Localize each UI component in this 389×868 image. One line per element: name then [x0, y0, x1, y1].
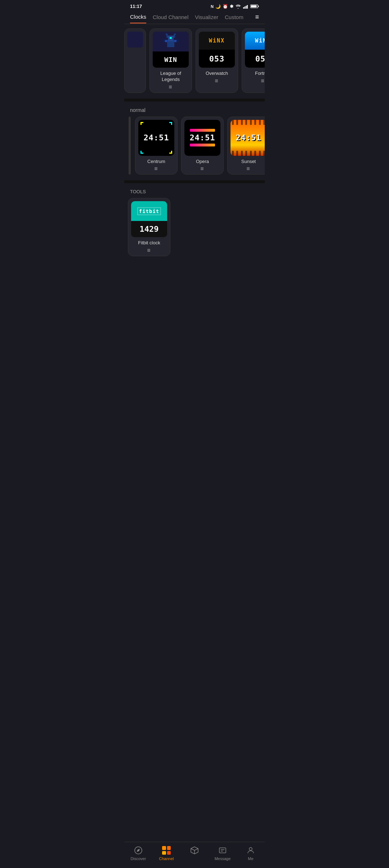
gaming-section: WIN League ofLegends ≡ WiNX 053: [124, 24, 265, 97]
comb-tooth-bottom: [232, 151, 234, 156]
normal-title: normal: [124, 107, 265, 117]
comb-tooth: [259, 120, 261, 125]
fn-menu[interactable]: ≡: [261, 79, 265, 83]
centrum-menu[interactable]: ≡: [154, 167, 158, 171]
gaming-cards: WIN League ofLegends ≡ WiNX 053: [124, 28, 265, 97]
nav-tabs: Clocks Cloud Channel Visualizer Custom ≡: [124, 11, 265, 24]
fitbit-image: fitbit 1429: [131, 201, 167, 237]
svg-rect-14: [174, 33, 176, 35]
card-centrum[interactable]: 24:51 Centrum ≡: [135, 117, 178, 175]
opera-label: Opera: [196, 159, 209, 165]
fn-time: 057: [255, 54, 265, 63]
moon-icon: 🌙: [215, 4, 221, 9]
fn-top-text: WiNX: [255, 37, 265, 44]
normal-cards: 24:51 Centrum ≡ 24:51 Opera ≡: [124, 117, 265, 179]
centrum-image: 24:51: [138, 120, 174, 156]
normal-section: normal 24:51 Centrum: [124, 103, 265, 179]
sunset-label: Sunset: [241, 159, 256, 165]
fitbit-label: Fitbit clock: [138, 240, 160, 246]
comb-tooth: [263, 120, 265, 125]
corner-bl: [140, 151, 143, 154]
comb-tooth-bottom: [245, 151, 247, 156]
wifi-icon: [235, 4, 241, 9]
svg-rect-3: [247, 5, 248, 9]
card-lol[interactable]: WIN League ofLegends ≡: [149, 28, 192, 93]
sunset-time: 24:51: [236, 133, 261, 142]
tools-title: TOOLS: [124, 189, 265, 198]
divider-2: [124, 180, 265, 183]
svg-rect-0: [243, 7, 244, 9]
fn-label: Fortnite: [255, 71, 265, 77]
svg-rect-17: [165, 40, 167, 42]
comb-tooth: [250, 120, 252, 125]
centrum-label: Centrum: [147, 159, 165, 165]
tab-visualizer[interactable]: Visualizer: [195, 14, 218, 23]
tab-cloud-channel[interactable]: Cloud Channel: [153, 14, 188, 23]
ow-label: Overwatch: [206, 71, 228, 77]
comb-tooth-bottom: [254, 151, 256, 156]
corner-tr: [169, 122, 172, 125]
corner-br: [169, 151, 172, 154]
fn-image: WiNX 057: [245, 32, 265, 68]
card-fitbit[interactable]: fitbit 1429 Fitbit clock ≡: [128, 198, 170, 256]
nfc-icon: N: [211, 4, 214, 9]
ow-image: WiNX 053: [199, 32, 235, 68]
time: 11:17: [130, 4, 142, 9]
battery-icon: [250, 4, 259, 9]
card-overwatch[interactable]: WiNX 053 Overwatch ≡: [196, 28, 238, 93]
ow-menu[interactable]: ≡: [215, 79, 219, 83]
opera-bar-bottom: [190, 144, 215, 146]
tab-clocks[interactable]: Clocks: [130, 14, 146, 23]
status-icons: N 🌙 ⏰ ✱: [211, 4, 259, 9]
signal-icon: [243, 4, 249, 9]
lol-image: WIN: [153, 32, 189, 68]
svg-rect-1: [245, 6, 246, 9]
alarm-icon: ⏰: [223, 4, 228, 9]
opera-image: 24:51: [184, 120, 220, 156]
comb-tooth-bottom: [259, 151, 261, 156]
bluetooth-icon: ✱: [230, 4, 233, 9]
svg-rect-2: [246, 6, 247, 9]
opera-menu[interactable]: ≡: [200, 167, 204, 171]
fitbit-brand: fitbit: [137, 207, 161, 215]
svg-rect-5: [258, 6, 259, 7]
lol-menu[interactable]: ≡: [169, 85, 173, 90]
tab-custom[interactable]: Custom: [225, 14, 243, 23]
comb-tooth-bottom: [250, 151, 252, 156]
card-partial-left[interactable]: [124, 28, 146, 93]
comb-tooth: [245, 120, 247, 125]
card-opera[interactable]: 24:51 Opera ≡: [181, 117, 224, 175]
ow-top-text: WiNX: [209, 37, 225, 44]
status-bar: 11:17 N 🌙 ⏰ ✱: [124, 0, 265, 11]
divider-1: [124, 99, 265, 101]
corner-tl: [140, 122, 143, 125]
sunset-menu[interactable]: ≡: [246, 167, 250, 171]
comb-tooth: [241, 120, 243, 125]
menu-icon[interactable]: ≡: [255, 13, 259, 24]
svg-rect-13: [166, 33, 167, 35]
opera-bar-top: [190, 129, 215, 132]
comb-tooth-bottom: [241, 151, 243, 156]
svg-rect-10: [170, 37, 171, 39]
lol-label: League ofLegends: [160, 71, 181, 83]
sunset-image: 24:51: [231, 120, 265, 156]
tools-cards: fitbit 1429 Fitbit clock ≡: [124, 198, 265, 261]
comb-tooth: [236, 120, 238, 125]
comb-tooth: [232, 120, 234, 125]
fitbit-menu[interactable]: ≡: [147, 248, 151, 253]
card-fortnite[interactable]: WiNX 057 Fortnite ≡: [242, 28, 265, 93]
ow-time: 053: [209, 54, 225, 63]
fitbit-number: 1429: [140, 225, 159, 234]
comb-tooth: [254, 120, 256, 125]
opera-time: 24:51: [189, 133, 215, 142]
comb-tooth-bottom: [236, 151, 238, 156]
left-indicator: [129, 117, 131, 175]
lol-text: WIN: [164, 56, 177, 63]
card-sunset[interactable]: 24:51 Sunset: [227, 117, 265, 175]
tools-section: TOOLS fitbit 1429 Fitbit clock ≡: [124, 185, 265, 261]
svg-rect-18: [174, 40, 176, 42]
svg-rect-6: [251, 5, 257, 8]
comb-tooth-bottom: [263, 151, 265, 156]
